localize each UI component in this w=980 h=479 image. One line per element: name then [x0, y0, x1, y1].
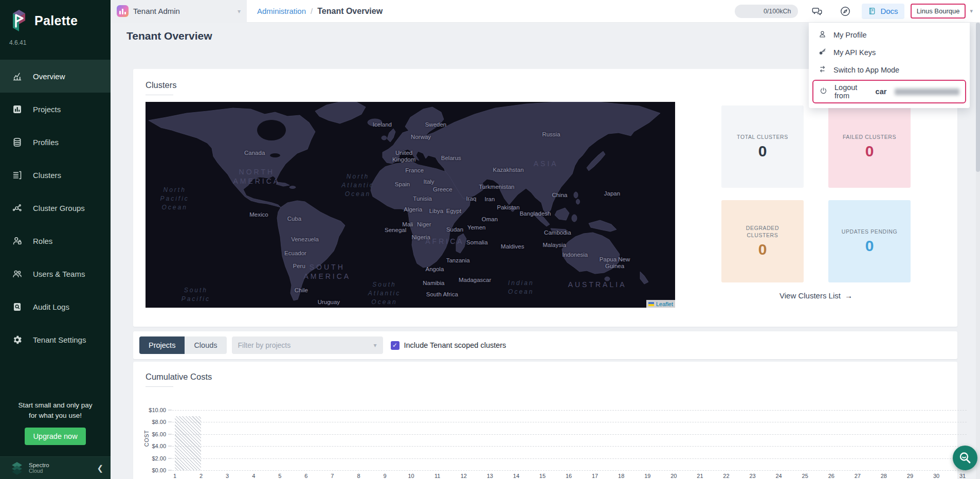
app-name: Palette: [34, 13, 78, 28]
cumulative-costs-card: Cumulative Costs COST $10.00$8.00$6.00$4…: [133, 362, 957, 479]
y-tick-mark: [168, 434, 172, 434]
leaflet-attribution[interactable]: Leaflet: [646, 300, 675, 308]
chart-header: Cumulative Costs: [146, 372, 212, 387]
sidebar-item-roles[interactable]: Roles: [0, 224, 111, 257]
feedback-chat-button[interactable]: [810, 4, 825, 19]
stat-card-total-clusters: TOTAL CLUSTERS0: [721, 105, 804, 188]
sidebar-item-users-teams[interactable]: Users & Teams: [0, 257, 111, 290]
chevron-down-icon: ▾: [238, 8, 241, 15]
x-tick-label: 24: [775, 473, 782, 479]
sidebar-item-label: Audit Logs: [33, 303, 69, 311]
clusters-card-title: Clusters: [146, 80, 177, 90]
scrollbar-thumb[interactable]: [976, 23, 980, 172]
page-title: Tenant Overview: [126, 30, 212, 42]
x-tick-label: 5: [278, 473, 281, 479]
clusters-world-map[interactable]: CanadaIcelandSwedenNorwayRussiaUnited Ki…: [146, 102, 675, 308]
menu-item-bold-text: car: [876, 87, 887, 96]
gridline: [172, 458, 967, 459]
x-tick-label: 11: [434, 473, 440, 479]
profile-icon: [818, 30, 827, 40]
audit-logs-icon: [11, 301, 23, 312]
leaflet-attribution-label: Leaflet: [656, 301, 673, 307]
gridline: [172, 410, 967, 411]
sidebar-item-label: Profiles: [33, 138, 59, 147]
title-underline: [146, 95, 173, 95]
menu-item-label: Logout from: [834, 83, 869, 100]
filter-by-projects-select[interactable]: Filter by projects ▾: [232, 336, 383, 354]
docs-button[interactable]: Docs: [862, 4, 904, 19]
gridline: [172, 434, 967, 435]
roles-icon: [11, 235, 23, 246]
x-tick-label: 16: [566, 473, 572, 479]
stat-value: 0: [865, 143, 874, 160]
y-tick-mark: [168, 410, 172, 411]
sidebar-item-projects[interactable]: Projects: [0, 93, 111, 126]
menu-item-my-profile[interactable]: My Profile: [809, 26, 970, 44]
stat-label: DEGRADED CLUSTERS: [746, 224, 779, 239]
chat-bubbles-icon: [812, 6, 823, 17]
include-tenant-scoped-row[interactable]: ✓ Include Tenant scoped clusters: [391, 341, 506, 350]
sidebar-nav: OverviewProjectsProfilesClustersCluster …: [0, 60, 111, 356]
menu-item-logout-from[interactable]: Logout from car: [812, 80, 966, 103]
x-tick-label: 23: [749, 473, 755, 479]
sidebar-item-label: Clusters: [33, 171, 61, 180]
sidebar-item-overview[interactable]: Overview: [0, 60, 111, 93]
switch-mode-icon: [818, 65, 827, 75]
x-tick-label: 14: [513, 473, 519, 479]
x-tick-label: 6: [304, 473, 307, 479]
x-tick-label: 20: [670, 473, 677, 479]
chevron-down-icon: ▾: [374, 342, 377, 349]
docs-label: Docs: [880, 7, 898, 15]
tab-projects[interactable]: Projects: [139, 336, 185, 354]
chevron-down-icon[interactable]: ▾: [970, 8, 973, 14]
y-tick-label: $0.00: [152, 467, 166, 473]
breadcrumb-administration[interactable]: Administration: [257, 7, 306, 15]
sidebar-item-tenant-settings[interactable]: Tenant Settings: [0, 323, 111, 356]
sidebar-item-profiles[interactable]: Profiles: [0, 126, 111, 158]
x-tick-label: 1: [173, 473, 176, 479]
include-tenant-scoped-checkbox[interactable]: ✓: [391, 341, 400, 350]
user-dropdown-menu: My ProfileMy API KeysSwitch to App ModeL…: [809, 23, 970, 108]
sidebar-item-clusters[interactable]: Clusters: [0, 158, 111, 191]
stat-label: TOTAL CLUSTERS: [737, 133, 788, 140]
x-tick-label: 29: [907, 473, 913, 479]
cluster-groups-icon: [11, 202, 23, 214]
ukraine-flag-icon: [648, 302, 654, 306]
resource-search-fab[interactable]: [953, 446, 977, 470]
clusters-card-header: Clusters: [146, 80, 177, 95]
gridline: [172, 470, 967, 471]
view-clusters-list-link[interactable]: View Clusters List→: [721, 291, 911, 300]
x-tick-label: 2: [199, 473, 203, 479]
palette-logo: Palette: [0, 0, 111, 33]
x-tick-label: 9: [383, 473, 386, 479]
breadcrumb-current: Tenant Overview: [317, 7, 383, 16]
menu-item-switch-to-app-mode[interactable]: Switch to App Mode: [809, 61, 970, 79]
upgrade-promo: Start small and only pay for what you us…: [0, 400, 111, 445]
tab-clouds[interactable]: Clouds: [185, 336, 226, 354]
sidebar-item-cluster-groups[interactable]: Cluster Groups: [0, 191, 111, 224]
x-tick-label: 10: [408, 473, 414, 479]
x-tick-label: 8: [357, 473, 360, 479]
upgrade-now-button[interactable]: Upgrade now: [25, 428, 86, 445]
user-menu-button[interactable]: Linus Bourque: [911, 4, 966, 19]
tenant-scope-selector[interactable]: Tenant Admin ▾: [111, 0, 247, 23]
x-tick-label: 21: [697, 473, 703, 479]
menu-item-my-api-keys[interactable]: My API Keys: [809, 44, 970, 61]
view-clusters-list-label: View Clusters List: [779, 291, 841, 300]
breadcrumb: Administration / Tenant Overview: [257, 7, 383, 16]
menu-item-label: Switch to App Mode: [833, 66, 899, 74]
menu-item-label: My API Keys: [833, 48, 876, 57]
vertical-scrollbar[interactable]: [976, 23, 980, 479]
sidebar-collapse-icon[interactable]: ❮: [97, 464, 103, 473]
x-tick-label: 12: [461, 473, 467, 479]
usage-meter: 0/100kCh: [735, 5, 798, 18]
x-tick-label: 15: [539, 473, 546, 479]
palette-logo-icon: [9, 8, 29, 33]
power-icon: [819, 86, 828, 97]
sidebar-item-label: Roles: [33, 237, 52, 245]
explore-help-button[interactable]: [838, 4, 852, 19]
x-tick-label: 22: [723, 473, 729, 479]
sidebar-item-audit-logs[interactable]: Audit Logs: [0, 290, 111, 323]
x-tick-label: 25: [802, 473, 808, 479]
y-tick-label: $10.00: [149, 407, 166, 413]
